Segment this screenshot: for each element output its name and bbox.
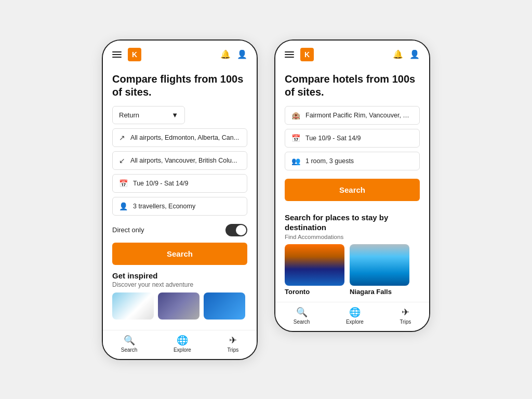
rooms-guests-value: 1 room, 3 guests: [305, 157, 354, 165]
bell-icon[interactable]: 🔔: [220, 49, 231, 59]
get-inspired-subtitle: Discover your next adventure: [112, 281, 247, 288]
flights-header: K 🔔 👤: [103, 41, 257, 66]
hotels-search-button[interactable]: Search: [285, 179, 420, 201]
destination-section: Search for places to stay by destination…: [285, 212, 420, 296]
hotels-headline: Compare hotels from 100s of sites.: [285, 73, 420, 99]
inspired-image-3[interactable]: [204, 292, 245, 320]
niagara-image: [350, 244, 409, 286]
departure-icon: ↗: [119, 134, 125, 142]
hotels-phone: K 🔔 👤 Compare hotels from 100s of sites.…: [274, 39, 430, 332]
search-icon: 🔍: [124, 335, 135, 346]
footer-explore[interactable]: 🌐 Explore: [174, 335, 191, 353]
inspired-image-1[interactable]: [112, 292, 154, 320]
hotel-icon: 🏨: [291, 111, 300, 119]
destination-toronto[interactable]: Toronto: [285, 244, 344, 296]
hotels-footer-explore-label: Explore: [346, 319, 364, 325]
hotels-footer-trips-label: Trips: [400, 319, 411, 325]
hotel-calendar-icon: 📅: [291, 134, 300, 142]
dates-input[interactable]: 📅 Tue 10/9 - Sat 14/9: [112, 174, 247, 193]
footer-trips[interactable]: ✈ Trips: [227, 335, 238, 353]
toronto-image: [285, 244, 344, 286]
hotels-content: Compare hotels from 100s of sites. 🏨 Fai…: [275, 66, 429, 302]
direct-only-row: Direct only: [112, 221, 247, 240]
flights-search-button[interactable]: Search: [112, 243, 247, 265]
rooms-guests-input[interactable]: 👥 1 room, 3 guests: [285, 152, 420, 170]
destination-subtitle: Find Accommodations: [285, 234, 420, 240]
hotels-form: 🏨 Fairmont Pacific Rim, Vancouver, Bri..…: [285, 106, 420, 170]
hotel-dates-value: Tue 10/9 - Sat 14/9: [305, 135, 361, 142]
hotels-search-icon: 🔍: [296, 307, 308, 318]
user-icon[interactable]: 👤: [237, 49, 247, 59]
hotels-header-left: K: [285, 48, 314, 61]
origin-input[interactable]: ↗ All airports, Edmonton, Alberta, Can..…: [112, 128, 247, 147]
get-inspired-title: Get inspired: [112, 271, 247, 280]
destinations-grid: Toronto Niagara Falls: [285, 244, 420, 296]
niagara-label: Niagara Falls: [350, 288, 409, 296]
dates-value: Tue 10/9 - Sat 14/9: [133, 180, 189, 187]
hotels-bell-icon[interactable]: 🔔: [393, 49, 403, 59]
destination-niagara[interactable]: Niagara Falls: [350, 244, 409, 296]
guests-icon: 👥: [291, 157, 300, 165]
menu-icon[interactable]: [112, 51, 122, 58]
toronto-label: Toronto: [285, 288, 344, 296]
direct-only-label: Direct only: [112, 226, 144, 234]
globe-icon: 🌐: [177, 335, 188, 346]
destination-input[interactable]: ↙ All airports, Vancouver, British Colu.…: [112, 151, 247, 170]
inspired-images: [112, 292, 247, 320]
flights-footer: 🔍 Search 🌐 Explore ✈ Trips: [103, 330, 257, 359]
footer-search-label: Search: [121, 347, 138, 353]
hotels-header: K 🔔 👤: [275, 41, 429, 66]
hotels-logo-badge[interactable]: K: [300, 48, 314, 61]
plane-icon: ✈: [229, 335, 237, 346]
inspired-image-2[interactable]: [158, 292, 200, 320]
travellers-input[interactable]: 👤 3 travellers, Economy: [112, 197, 247, 216]
calendar-icon: 📅: [119, 179, 128, 188]
hotels-globe-icon: 🌐: [349, 307, 361, 318]
hotels-footer-trips[interactable]: ✈ Trips: [400, 307, 411, 325]
travellers-value: 3 travellers, Economy: [133, 203, 195, 210]
hotels-footer-search-label: Search: [294, 319, 310, 325]
flights-content: Compare flights from 100s of sites. Retu…: [103, 66, 257, 330]
flights-phone: K 🔔 👤 Compare flights from 100s of sites…: [102, 39, 258, 360]
footer-search[interactable]: 🔍 Search: [121, 335, 138, 353]
arrival-icon: ↙: [119, 156, 125, 165]
hotels-header-right: 🔔 👤: [393, 49, 420, 59]
hotels-user-icon[interactable]: 👤: [409, 49, 420, 59]
travellers-icon: 👤: [119, 202, 128, 210]
flights-form: Return ▼ ↗ All airports, Edmonton, Alber…: [112, 106, 247, 216]
origin-value: All airports, Edmonton, Alberta, Can...: [130, 134, 239, 141]
get-inspired-section: Get inspired Discover your next adventur…: [112, 271, 247, 320]
toggle-thumb: [236, 225, 246, 235]
hotels-footer-search[interactable]: 🔍 Search: [294, 307, 310, 325]
page-wrapper: K 🔔 👤 Compare flights from 100s of sites…: [81, 19, 451, 381]
header-left: K: [112, 48, 141, 61]
trip-type-select[interactable]: Return ▼: [112, 106, 185, 124]
hotel-search-input[interactable]: 🏨 Fairmont Pacific Rim, Vancouver, Bri..…: [285, 106, 420, 125]
flights-headline: Compare flights from 100s of sites.: [112, 73, 247, 99]
hotel-search-value: Fairmont Pacific Rim, Vancouver, Bri...: [305, 112, 413, 119]
direct-only-toggle[interactable]: [225, 224, 247, 236]
destination-value: All airports, Vancouver, British Colu...: [130, 157, 237, 164]
header-right: 🔔 👤: [220, 49, 247, 59]
logo-badge[interactable]: K: [128, 48, 141, 61]
hotels-footer: 🔍 Search 🌐 Explore ✈ Trips: [275, 302, 429, 331]
footer-trips-label: Trips: [227, 347, 238, 353]
destination-title: Search for places to stay by destination: [285, 212, 420, 233]
footer-explore-label: Explore: [174, 347, 191, 353]
hotel-dates-input[interactable]: 📅 Tue 10/9 - Sat 14/9: [285, 129, 420, 148]
hotels-menu-icon[interactable]: [285, 51, 294, 58]
hotels-plane-icon: ✈: [402, 307, 409, 318]
hotels-footer-explore[interactable]: 🌐 Explore: [346, 307, 364, 325]
chevron-down-icon: ▼: [171, 111, 178, 119]
